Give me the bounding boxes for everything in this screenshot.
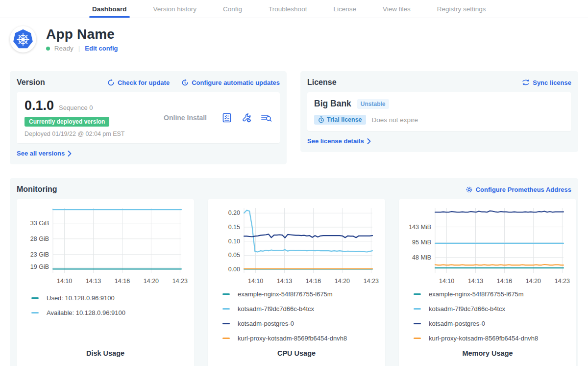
chart-title: Memory Usage (403, 349, 572, 360)
svg-text:0.20: 0.20 (228, 209, 240, 216)
app-header: App Name Ready | Edit config (0, 18, 588, 58)
svg-text:0.00: 0.00 (228, 266, 240, 273)
expiry-text: Does not expire (372, 116, 418, 124)
currently-deployed-badge: Currently deployed version (24, 117, 109, 127)
chart-legend: example-nginx-54f8f76755-l675mkotsadm-7f… (222, 290, 381, 349)
chart-card-cpu-usage: 14:1014:1314:1614:2014:230.200.150.100.0… (208, 199, 385, 366)
legend-dash-icon (222, 338, 230, 339)
clock-arrow-icon (181, 79, 189, 86)
legend-item: kurl-proxy-kotsadm-8569fb6454-dnvh8 (414, 335, 572, 342)
svg-text:14:23: 14:23 (364, 278, 379, 284)
legend-item: kotsadm-postgres-0 (414, 320, 572, 327)
license-detail-card: Big Bank Unstable Trial license Does not… (307, 92, 571, 131)
sync-license-button[interactable]: Sync license (522, 79, 571, 86)
svg-text:143 MiB: 143 MiB (409, 224, 431, 231)
legend-label: Used: 10.128.0.96:9100 (47, 294, 115, 302)
tab-troubleshoot[interactable]: Troubleshoot (269, 0, 307, 18)
legend-item: kotsadm-7f9dc7d66c-b4tcx (222, 305, 381, 313)
customer-name: Big Bank (314, 99, 351, 109)
kubernetes-logo-icon (10, 26, 36, 52)
svg-text:14:16: 14:16 (115, 278, 130, 285)
monitoring-title: Monitoring (17, 185, 57, 194)
legend-label: example-nginx-54f8f76755-l675m (238, 290, 333, 298)
legend-item: Available: 10.128.0.96:9100 (31, 309, 190, 316)
legend-label: kurl-proxy-kotsadm-8569fb6454-dnvh8 (238, 335, 347, 342)
legend-label: kotsadm-postgres-0 (238, 320, 294, 327)
tab-dashboard[interactable]: Dashboard (92, 0, 127, 18)
license-title: License (307, 78, 337, 87)
chart-plot: 14:1014:1314:1614:2014:230.200.150.100.0… (212, 203, 381, 284)
svg-text:14:10: 14:10 (57, 278, 72, 285)
legend-item: kotsadm-postgres-0 (222, 320, 381, 327)
legend-item: kurl-proxy-kotsadm-8569fb6454-dnvh8 (222, 335, 381, 342)
svg-text:14:23: 14:23 (555, 278, 570, 284)
svg-text:14:13: 14:13 (86, 278, 101, 285)
legend-label: kurl-proxy-kotsadm-8569fb6454-dnvh8 (429, 335, 538, 342)
legend-item: Used: 10.128.0.96:9100 (31, 294, 190, 302)
install-type-label: Online Install (149, 114, 221, 122)
chart-plot: 14:1014:1314:1614:2014:23143 MiB95 MiB48… (403, 203, 572, 284)
page-title: App Name (46, 26, 118, 42)
svg-text:14:16: 14:16 (306, 278, 321, 284)
svg-text:14:20: 14:20 (526, 278, 541, 284)
legend-label: kotsadm-postgres-0 (429, 320, 485, 327)
svg-text:14:10: 14:10 (248, 278, 263, 284)
edit-config-link[interactable]: Edit config (85, 45, 118, 52)
svg-text:14:13: 14:13 (277, 278, 292, 284)
current-version-card: 0.1.0 Sequence 0 Currently deployed vers… (17, 92, 280, 143)
svg-text:23 GiB: 23 GiB (30, 251, 49, 258)
divider: | (78, 45, 80, 52)
release-notes-icon[interactable] (221, 112, 233, 124)
legend-dash-icon (31, 312, 39, 314)
legend-label: Available: 10.128.0.96:9100 (47, 309, 125, 316)
monitoring-panel: Monitoring Configure Prometheus Address … (10, 178, 578, 366)
svg-text:48 MiB: 48 MiB (412, 254, 431, 261)
chevron-right-icon (68, 151, 72, 157)
legend-label: kotsadm-7f9dc7d66c-b4tcx (429, 305, 505, 313)
version-title: Version (17, 78, 45, 87)
see-all-versions-link[interactable]: See all versions (17, 150, 72, 157)
version-panel: Version Check for update Configure au (10, 71, 287, 164)
chart-plot: 14:1014:1314:1614:2014:2333 GiB28 GiB23 … (21, 203, 190, 288)
tab-license[interactable]: License (333, 0, 356, 18)
legend-dash-icon (414, 293, 421, 295)
legend-item: example-nginx-54f8f76755-l675m (414, 290, 572, 298)
legend-dash-icon (414, 338, 421, 339)
view-logs-icon[interactable] (260, 112, 272, 124)
chevron-right-icon (367, 138, 371, 144)
chart-title: Disk Usage (21, 349, 190, 360)
configure-automatic-updates-button[interactable]: Configure automatic updates (181, 79, 280, 86)
edit-config-wrench-icon[interactable] (241, 112, 252, 124)
tab-registry-settings[interactable]: Registry settings (437, 0, 486, 18)
svg-text:14:13: 14:13 (468, 278, 483, 284)
svg-text:0.05: 0.05 (228, 252, 240, 259)
tab-version-history[interactable]: Version history (153, 0, 197, 18)
gear-icon (466, 186, 473, 193)
status-dot-icon (46, 47, 50, 51)
legend-dash-icon (414, 323, 421, 324)
chart-legend: Used: 10.128.0.96:9100Available: 10.128.… (31, 294, 190, 324)
legend-dash-icon (222, 308, 230, 310)
see-license-details-link[interactable]: See license details (307, 137, 371, 145)
stopwatch-icon (318, 116, 324, 123)
svg-text:14:23: 14:23 (172, 278, 188, 285)
svg-text:33 GiB: 33 GiB (30, 220, 49, 227)
svg-text:14:20: 14:20 (144, 278, 159, 285)
channel-badge: Unstable (357, 99, 389, 109)
trial-license-badge: Trial license (314, 115, 366, 125)
chart-title: CPU Usage (212, 349, 381, 360)
tab-view-files[interactable]: View files (383, 0, 411, 18)
configure-prometheus-button[interactable]: Configure Prometheus Address (466, 186, 571, 193)
svg-text:14:20: 14:20 (335, 278, 350, 284)
tab-config[interactable]: Config (223, 0, 242, 18)
status-badge: Ready (46, 45, 74, 52)
license-panel: License Sync license Big Bank Unstable (300, 71, 578, 152)
legend-dash-icon (414, 308, 421, 310)
svg-text:95 MiB: 95 MiB (412, 239, 431, 246)
check-for-update-button[interactable]: Check for update (107, 79, 170, 86)
svg-text:14:16: 14:16 (497, 278, 512, 284)
legend-dash-icon (222, 323, 230, 324)
sync-arrows-icon (522, 79, 530, 86)
chart-legend: example-nginx-54f8f76755-l675mkotsadm-7f… (414, 290, 572, 349)
legend-item: example-nginx-54f8f76755-l675m (222, 290, 381, 298)
